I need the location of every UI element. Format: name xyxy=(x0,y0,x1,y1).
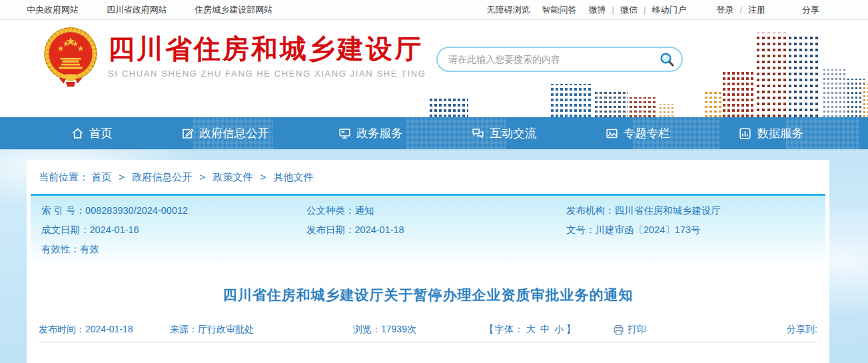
link-accessibility[interactable]: 无障碍浏览 xyxy=(487,4,530,16)
meta-index-no: 索 引 号：008283930/2024-00012 xyxy=(41,204,306,217)
building-decoration xyxy=(659,104,675,117)
article-title: 四川省住房和城乡建设厅关于暂停办理企业资质审批业务的通知 xyxy=(27,286,829,304)
national-emblem-logo xyxy=(41,26,100,89)
separator: | xyxy=(612,5,614,15)
link-mobile-portal[interactable]: 移动门户 xyxy=(651,4,686,16)
login-link[interactable]: 登录 xyxy=(716,4,733,16)
meta-doc-type: 公文种类：通知 xyxy=(306,204,566,217)
interaction-icon xyxy=(472,127,484,140)
nav-item-interaction[interactable]: 互动交流 xyxy=(472,125,536,141)
info-disclosure-icon xyxy=(181,127,194,140)
view-count: 浏览：17939次 xyxy=(353,324,484,336)
meta-validity: 有效性：有效 xyxy=(41,242,825,256)
breadcrumb-home[interactable]: 首页 xyxy=(91,171,111,182)
breadcrumb-separator: > xyxy=(260,171,266,182)
nav-item-topics[interactable]: 专题专栏 xyxy=(606,125,670,141)
topbar-right-links: 无障碍浏览 智能问答 微博 | 微信 | 移动门户 登录 / 注册 分享 xyxy=(487,4,819,16)
site-title: 四川省住房和城乡建设厅 xyxy=(108,34,426,63)
data-services-icon xyxy=(739,127,751,140)
meta-publish-date: 发布日期：2024-01-18 xyxy=(306,223,566,236)
breadcrumb-separator: > xyxy=(119,171,125,182)
share-link[interactable]: 分享 xyxy=(802,4,819,16)
document-meta-box: 索 引 号：008283930/2024-00012 公文种类：通知 发布机构：… xyxy=(31,194,825,264)
breadcrumb-label: 当前位置： xyxy=(39,171,89,182)
link-wechat[interactable]: 微信 xyxy=(620,4,638,16)
nav-item-label: 专题专栏 xyxy=(624,125,670,141)
site-subtitle: SI CHUAN SHENG ZHU FANG HE CHENG XIANG J… xyxy=(108,69,426,79)
meta-agency: 发布机构：四川省住房和城乡建设厅 xyxy=(566,204,825,217)
article-source: 来源：厅行政审批处 xyxy=(170,324,353,336)
separator: | xyxy=(644,5,646,15)
font-size-medium[interactable]: 中 xyxy=(540,324,550,334)
breadcrumb: 当前位置： 首页 > 政府信息公开 > 政策文件 > 其他文件 xyxy=(27,160,829,194)
nav-item-gov-services[interactable]: 政务服务 xyxy=(338,125,403,141)
divider xyxy=(39,342,817,342)
search-input[interactable] xyxy=(448,54,657,65)
gov-services-icon xyxy=(338,127,351,140)
link-mohurd[interactable]: 住房城乡建设部网站 xyxy=(195,5,272,15)
font-size-control: 【字体：大中小】 xyxy=(484,324,613,336)
publish-time: 发布时间：2024-01-18 xyxy=(39,324,170,336)
font-size-small[interactable]: 小 xyxy=(554,324,564,334)
building-decoration xyxy=(430,97,468,117)
building-decoration xyxy=(863,84,868,117)
nav-item-data-services[interactable]: 数据服务 xyxy=(739,125,803,141)
building-decoration xyxy=(595,92,628,117)
meta-doc-number: 文号：川建审函〔2024〕173号 xyxy=(566,223,825,236)
topbar-left-links: 中央政府网站 四川省政府网站 住房城乡建设部网站 xyxy=(27,4,298,16)
print-button[interactable]: 打印 xyxy=(613,324,646,336)
main-nav: 首页 政府信息公开 政务服务 互动交流 专题专栏 数据服务 xyxy=(0,117,868,150)
link-central-gov[interactable]: 中央政府网站 xyxy=(27,5,79,15)
home-icon xyxy=(71,127,84,140)
nav-item-info-disclosure[interactable]: 政府信息公开 xyxy=(181,125,269,141)
nav-item-home[interactable]: 首页 xyxy=(71,125,113,141)
register-link[interactable]: 注册 xyxy=(748,4,765,16)
breadcrumb-info-disclosure[interactable]: 政府信息公开 xyxy=(132,171,192,182)
building-decoration xyxy=(789,35,821,117)
topics-icon xyxy=(606,127,618,140)
search-button[interactable] xyxy=(657,50,676,69)
nav-item-label: 政务服务 xyxy=(356,125,403,141)
print-label: 打印 xyxy=(628,324,646,336)
site-brand[interactable]: 四川省住房和城乡建设厅 SI CHUAN SHENG ZHU FANG HE C… xyxy=(41,26,426,89)
nav-item-label: 政府信息公开 xyxy=(199,125,269,141)
meta-written-date: 成文日期：2024-01-16 xyxy=(41,223,306,236)
font-size-open: 【字体： xyxy=(484,324,524,334)
nav-item-label: 数据服务 xyxy=(757,125,803,141)
nav-item-label: 首页 xyxy=(89,125,113,141)
share-to-label[interactable]: 分享到: xyxy=(787,324,817,336)
site-header: 四川省住房和城乡建设厅 SI CHUAN SHENG ZHU FANG HE C… xyxy=(0,20,868,117)
topbar: 中央政府网站 四川省政府网站 住房城乡建设部网站 无障碍浏览 智能问答 微博 |… xyxy=(0,0,868,20)
search-box xyxy=(436,47,683,72)
building-decoration xyxy=(551,84,592,117)
building-decoration xyxy=(630,97,657,117)
content-panel: 当前位置： 首页 > 政府信息公开 > 政策文件 > 其他文件 索 引 号：00… xyxy=(27,160,829,363)
breadcrumb-separator: > xyxy=(199,171,205,182)
printer-icon xyxy=(613,324,624,336)
link-smart-qa[interactable]: 智能问答 xyxy=(542,4,577,16)
separator: / xyxy=(739,5,742,15)
building-decoration xyxy=(723,71,755,117)
font-size-large[interactable]: 大 xyxy=(526,324,536,334)
breadcrumb-policy-documents[interactable]: 政策文件 xyxy=(213,171,252,182)
building-decoration xyxy=(847,79,865,117)
link-sichuan-gov[interactable]: 四川省政府网站 xyxy=(107,5,167,15)
link-weibo[interactable]: 微博 xyxy=(589,4,606,16)
building-decoration xyxy=(757,33,786,117)
font-size-close: 】 xyxy=(566,324,576,334)
breadcrumb-other-documents[interactable]: 其他文件 xyxy=(274,171,314,182)
article-info-row: 发布时间：2024-01-18 来源：厅行政审批处 浏览：17939次 【字体：… xyxy=(39,324,817,336)
building-decoration xyxy=(823,69,846,117)
nav-item-label: 互动交流 xyxy=(490,125,536,141)
search-icon xyxy=(659,51,675,67)
